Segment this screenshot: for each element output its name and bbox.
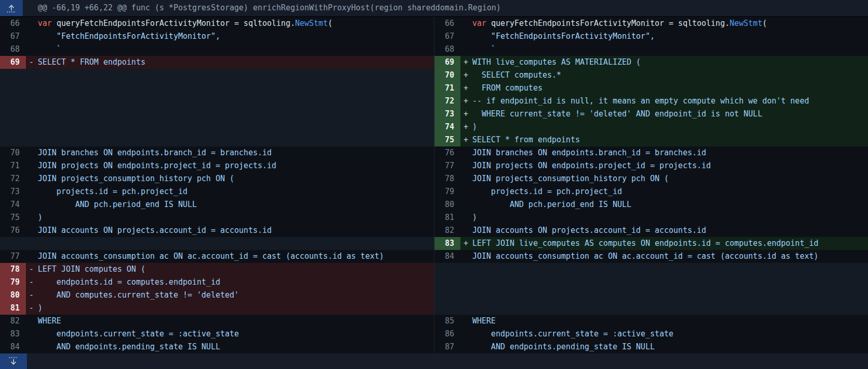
- diff-marker: [26, 43, 38, 56]
- line-number[interactable]: 82: [435, 224, 460, 237]
- diff-marker: [26, 341, 38, 353]
- diff-row: 86 endpoints.current_state = :active_sta…: [435, 328, 868, 341]
- diff-marker: -: [26, 289, 38, 302]
- diff-marker: -: [26, 276, 38, 289]
- line-number[interactable]: 71: [435, 82, 460, 95]
- diff-row: 87 AND endpoints.pending_state IS NULL: [435, 341, 868, 353]
- line-number[interactable]: 71: [0, 159, 26, 172]
- diff-marker: -: [26, 302, 38, 315]
- code-line: JOIN accounts_consumption ac ON ac.accou…: [472, 250, 868, 263]
- line-number[interactable]: 67: [435, 30, 460, 43]
- diff-row: 76JOIN accounts ON projects.account_id =…: [0, 224, 434, 237]
- code-line: `: [38, 43, 434, 56]
- code-token: queryFetchEndpointsForActivityMonitor = …: [56, 19, 295, 28]
- code-line: endpoints.current_state = :active_state: [38, 328, 434, 341]
- diff-marker: [460, 185, 472, 198]
- diff-marker: [26, 224, 38, 237]
- code-token: NewStmt: [730, 19, 762, 28]
- line-number[interactable]: 76: [435, 146, 460, 159]
- code-line: JOIN projects ON endpoints.project_id = …: [472, 159, 868, 172]
- code-line: `: [472, 43, 868, 56]
- expand-up-button[interactable]: [0, 0, 23, 16]
- line-number[interactable]: 83: [0, 328, 26, 341]
- line-number[interactable]: 78: [0, 263, 26, 276]
- line-number[interactable]: 87: [435, 341, 460, 353]
- diff-marker: [26, 250, 38, 263]
- line-number[interactable]: 75: [0, 211, 26, 224]
- diff-row: 67 "FetchEndpointsForActivityMonitor",: [0, 30, 434, 43]
- line-number[interactable]: 79: [435, 185, 460, 198]
- line-number[interactable]: 70: [435, 69, 460, 82]
- line-number[interactable]: 76: [0, 224, 26, 237]
- diff-row: 71+ FROM computes: [435, 82, 868, 95]
- diff-filler-row: [0, 237, 434, 250]
- line-number[interactable]: 68: [0, 43, 26, 56]
- diff-filler-row: [0, 82, 434, 95]
- line-number[interactable]: 72: [435, 95, 460, 108]
- diff-row: 79 projects.id = pch.project_id: [435, 185, 868, 198]
- line-number[interactable]: 83: [435, 237, 460, 250]
- diff-row: 72JOIN projects_consumption_history pch …: [0, 172, 434, 185]
- code-line: JOIN branches ON endpoints.branch_id = b…: [38, 146, 434, 159]
- expand-down-button[interactable]: [0, 353, 27, 369]
- line-number[interactable]: 79: [0, 276, 26, 289]
- diff-marker: [26, 17, 38, 30]
- diff-marker: [460, 328, 472, 341]
- line-number[interactable]: 84: [435, 250, 460, 263]
- diff-marker: [460, 43, 472, 56]
- diff-row: 74+): [435, 121, 868, 134]
- line-number[interactable]: 74: [0, 198, 26, 211]
- line-number[interactable]: 84: [0, 341, 26, 353]
- diff-row: 84JOIN accounts_consumption ac ON ac.acc…: [435, 250, 868, 263]
- diff-marker: +: [460, 134, 472, 146]
- line-number[interactable]: 70: [0, 146, 26, 159]
- line-number[interactable]: 75: [435, 134, 460, 146]
- code-line: LEFT JOIN computes ON (: [38, 263, 434, 276]
- line-number[interactable]: 80: [435, 198, 460, 211]
- line-number[interactable]: 77: [0, 250, 26, 263]
- line-number[interactable]: 82: [0, 315, 26, 328]
- diff-marker: [26, 315, 38, 328]
- code-line: AND pch.period_end IS NULL: [38, 198, 434, 211]
- diff-row: 66var queryFetchEndpointsForActivityMoni…: [0, 17, 434, 30]
- diff-marker: [460, 172, 472, 185]
- diff-marker: [460, 198, 472, 211]
- diff-marker: +: [460, 56, 472, 69]
- line-number[interactable]: 68: [435, 43, 460, 56]
- line-number[interactable]: 69: [0, 56, 26, 69]
- diff-marker: [460, 159, 472, 172]
- line-number[interactable]: 72: [0, 172, 26, 185]
- line-number[interactable]: 78: [435, 172, 460, 185]
- line-number[interactable]: 80: [0, 289, 26, 302]
- code-line: WITH live_computes AS MATERIALIZED (: [472, 56, 868, 69]
- line-number[interactable]: 66: [0, 17, 26, 30]
- diff-row: 78-LEFT JOIN computes ON (: [0, 263, 434, 276]
- diff-marker: [460, 250, 472, 263]
- line-number[interactable]: 73: [435, 108, 460, 121]
- diff-split-view: 66var queryFetchEndpointsForActivityMoni…: [0, 17, 868, 353]
- expand-up-icon: [6, 4, 17, 13]
- code-line: JOIN accounts ON projects.account_id = a…: [472, 224, 868, 237]
- diff-pane-old: 66var queryFetchEndpointsForActivityMoni…: [0, 17, 434, 353]
- diff-pane-new: 66var queryFetchEndpointsForActivityMoni…: [434, 17, 868, 353]
- line-number[interactable]: 81: [435, 211, 460, 224]
- line-number[interactable]: 67: [0, 30, 26, 43]
- line-number[interactable]: 77: [435, 159, 460, 172]
- diff-row: 72+-- if endpoint_id is null, it means a…: [435, 95, 868, 108]
- line-number[interactable]: 85: [435, 315, 460, 328]
- line-number[interactable]: 74: [435, 121, 460, 134]
- line-number[interactable]: 66: [435, 17, 460, 30]
- code-token: queryFetchEndpointsForActivityMonitor = …: [491, 19, 730, 28]
- expand-down-icon: [8, 357, 19, 366]
- diff-row: 80 AND pch.period_end IS NULL: [435, 198, 868, 211]
- line-number[interactable]: 86: [435, 328, 460, 341]
- diff-marker: [26, 30, 38, 43]
- line-number[interactable]: 69: [435, 56, 460, 69]
- diff-row: 75): [0, 211, 434, 224]
- diff-marker: [460, 30, 472, 43]
- line-number[interactable]: 81: [0, 302, 26, 315]
- diff-row: 80- AND computes.current_state != 'delet…: [0, 289, 434, 302]
- line-number[interactable]: 73: [0, 185, 26, 198]
- code-line: WHERE: [472, 315, 868, 328]
- diff-marker: [26, 211, 38, 224]
